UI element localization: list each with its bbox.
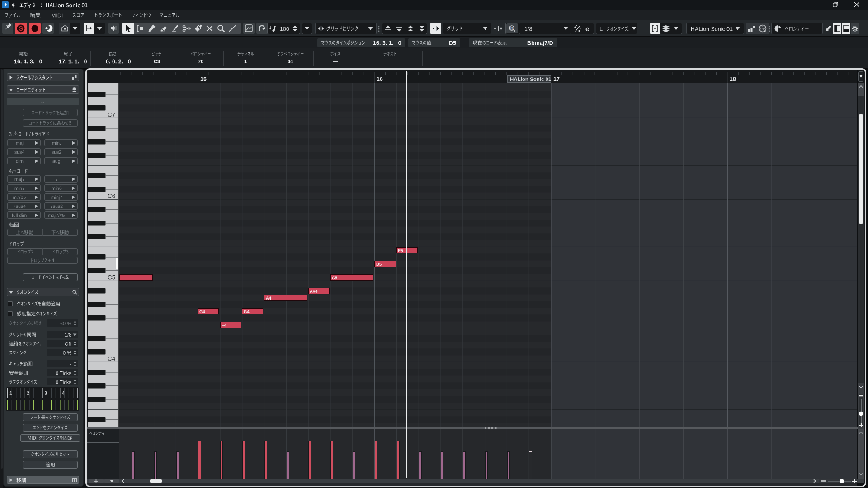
svg-text:Q: Q [510,26,514,30]
svg-text:S: S [19,25,23,32]
